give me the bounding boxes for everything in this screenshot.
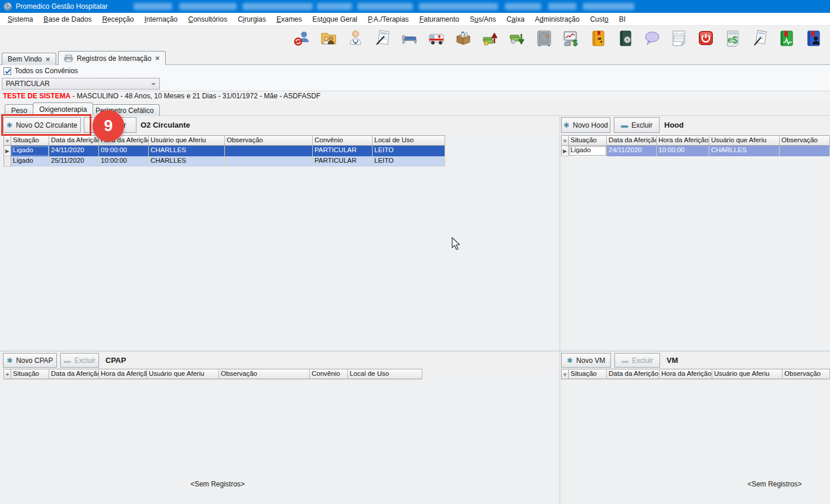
money-out-icon[interactable] bbox=[507, 28, 527, 48]
column-header[interactable]: Data da Aferição bbox=[607, 369, 660, 379]
invoice-icon[interactable] bbox=[669, 28, 689, 48]
column-header[interactable]: Observação bbox=[219, 369, 310, 379]
ambulance-icon[interactable] bbox=[426, 28, 446, 48]
button-label: Novo CPAP bbox=[16, 356, 53, 365]
cell[interactable] bbox=[225, 146, 313, 156]
column-header[interactable]: Usuário que Aferiu bbox=[712, 369, 783, 379]
cell[interactable]: Ligado bbox=[569, 146, 607, 156]
menu-recepcao[interactable]: Recepção bbox=[97, 13, 139, 26]
table-row[interactable]: Ligado 25/11/2020 10:00:00 CHARLLES PART… bbox=[4, 156, 445, 167]
menu-faturamento[interactable]: Faturamento bbox=[414, 13, 464, 26]
supplies-box-icon[interactable] bbox=[453, 28, 473, 48]
phone-book-icon[interactable] bbox=[588, 28, 608, 48]
column-header[interactable]: Hora da Aferição bbox=[657, 135, 709, 146]
tab-bem-vindo[interactable]: Bem Vindo ✕ bbox=[2, 53, 56, 65]
patients-folder-icon[interactable] bbox=[319, 28, 339, 48]
column-header[interactable]: Local de Uso bbox=[373, 135, 445, 146]
novo-vm-button[interactable]: ✱ Novo VM bbox=[561, 353, 611, 368]
novo-cpap-button[interactable]: ✱ Novo CPAP bbox=[3, 353, 57, 368]
column-header[interactable]: Local de Uso bbox=[348, 369, 422, 379]
panel-splitter-horizontal[interactable] bbox=[0, 351, 830, 352]
prescription-icon[interactable] bbox=[373, 28, 392, 48]
cell[interactable]: CHARLLES bbox=[709, 146, 780, 156]
document-tab-bar: Bem Vindo ✕ Registros de Internação ✕ bbox=[0, 50, 830, 65]
hospital-bed-icon[interactable] bbox=[399, 28, 419, 48]
convenio-select[interactable]: PARTICULAR bbox=[2, 78, 160, 90]
power-icon[interactable] bbox=[696, 28, 716, 48]
cell[interactable]: 10:00:00 bbox=[657, 146, 709, 156]
close-icon[interactable]: ✕ bbox=[155, 55, 159, 61]
hood-grid-body bbox=[561, 135, 830, 350]
table-row[interactable]: ▶ Ligado 24/11/2020 09:00:00 CHARLLES PA… bbox=[4, 146, 445, 156]
cell[interactable]: 09:00:00 bbox=[99, 146, 149, 156]
column-header[interactable]: Observação bbox=[780, 135, 830, 146]
cell[interactable]: CHARLLES bbox=[149, 156, 225, 167]
cell[interactable]: 25/11/2020 bbox=[49, 156, 99, 167]
menu-caixa[interactable]: Caixa bbox=[501, 13, 530, 26]
menu-sus-ans[interactable]: Sus/Ans bbox=[464, 13, 501, 26]
cell[interactable]: LEITO bbox=[373, 146, 445, 156]
table-row[interactable]: ▶ Ligado 24/11/2020 10:00:00 CHARLLES bbox=[561, 146, 830, 156]
column-header[interactable]: Data da Aferição bbox=[49, 135, 99, 146]
menu-cirurgias[interactable]: Cirurgias bbox=[233, 13, 271, 26]
mouse-cursor bbox=[452, 237, 461, 251]
menu-consultorios[interactable]: Consultórios bbox=[183, 13, 233, 26]
menu-pa-terapias[interactable]: P.A./Terapias bbox=[363, 13, 414, 26]
cell[interactable]: Ligado bbox=[11, 156, 49, 167]
column-header[interactable]: Situação bbox=[569, 369, 607, 379]
cell[interactable]: PARTICULAR bbox=[313, 146, 373, 156]
svg-text:$: $ bbox=[573, 38, 578, 47]
column-header[interactable]: Situação bbox=[11, 135, 49, 146]
cell[interactable] bbox=[225, 156, 313, 167]
todos-convenios-checkbox[interactable] bbox=[4, 67, 11, 75]
column-header[interactable]: Usuário que Aferiu bbox=[709, 135, 780, 146]
close-icon[interactable]: ✕ bbox=[45, 56, 50, 63]
column-header[interactable]: Observação bbox=[783, 369, 830, 379]
menu-base-de-dados[interactable]: Base de Dados bbox=[38, 13, 97, 26]
money-in-icon[interactable] bbox=[480, 28, 500, 48]
cell[interactable]: PARTICULAR bbox=[313, 156, 373, 167]
cell[interactable]: Ligado bbox=[11, 146, 49, 156]
chat-icon[interactable] bbox=[642, 28, 662, 48]
menu-sistema[interactable]: Sistema bbox=[2, 13, 38, 26]
menu-estoque-geral[interactable]: Estoque Geral bbox=[307, 13, 363, 26]
cell[interactable]: 24/11/2020 bbox=[607, 146, 657, 156]
cell[interactable]: 10:00:00 bbox=[99, 156, 149, 167]
column-header[interactable]: Situação bbox=[569, 135, 607, 146]
cell[interactable]: LEITO bbox=[373, 156, 445, 167]
column-header[interactable]: Data da Aferição bbox=[49, 369, 99, 379]
contract-icon[interactable] bbox=[750, 28, 770, 48]
redacted-text bbox=[583, 3, 634, 10]
column-header[interactable]: Hora da Aferição bbox=[660, 369, 712, 379]
column-header[interactable]: Usuário que Aferiu bbox=[147, 369, 219, 379]
column-header[interactable]: Usuário que Aferiu bbox=[149, 135, 225, 146]
catalog-book-icon[interactable] bbox=[615, 28, 635, 48]
column-header[interactable]: Hora da Aferição bbox=[99, 369, 147, 379]
cell[interactable] bbox=[780, 146, 830, 156]
patient-sync-icon[interactable] bbox=[292, 28, 312, 48]
health-record-icon[interactable] bbox=[777, 28, 797, 48]
contacts-book-icon[interactable] bbox=[804, 28, 824, 48]
column-header[interactable]: Situação bbox=[11, 369, 49, 379]
safe-icon[interactable] bbox=[534, 28, 554, 48]
column-header[interactable]: Convênio bbox=[310, 369, 348, 379]
finance-monitor-icon[interactable]: $ bbox=[561, 28, 581, 48]
column-header[interactable]: Convênio bbox=[313, 135, 373, 146]
menu-exames[interactable]: Exames bbox=[271, 13, 307, 26]
menu-internacao[interactable]: Internação bbox=[139, 13, 183, 26]
column-header[interactable]: Observação bbox=[225, 135, 313, 146]
cell[interactable]: 24/11/2020 bbox=[49, 146, 99, 156]
excluir-hood-button[interactable]: ▬ Excluir bbox=[614, 117, 660, 133]
redacted-text bbox=[505, 3, 541, 10]
menu-bi[interactable]: BI bbox=[614, 13, 631, 26]
column-header[interactable]: Data da Aferição bbox=[607, 135, 657, 146]
menu-custo[interactable]: Custo bbox=[585, 13, 613, 26]
button-label: Excluir bbox=[74, 356, 95, 365]
doctor-icon[interactable] bbox=[346, 28, 366, 48]
novo-hood-button[interactable]: ✱ Novo Hood bbox=[561, 117, 610, 133]
tab-registros-de-internacao[interactable]: Registros de Internação ✕ bbox=[58, 51, 166, 65]
menu-bar: Sistema Base de Dados Recepção Internaçã… bbox=[0, 13, 830, 26]
cell[interactable]: CHARLLES bbox=[149, 146, 225, 156]
e-invoice-icon[interactable]: e$ bbox=[723, 28, 743, 48]
menu-administracao[interactable]: Administração bbox=[530, 13, 585, 26]
